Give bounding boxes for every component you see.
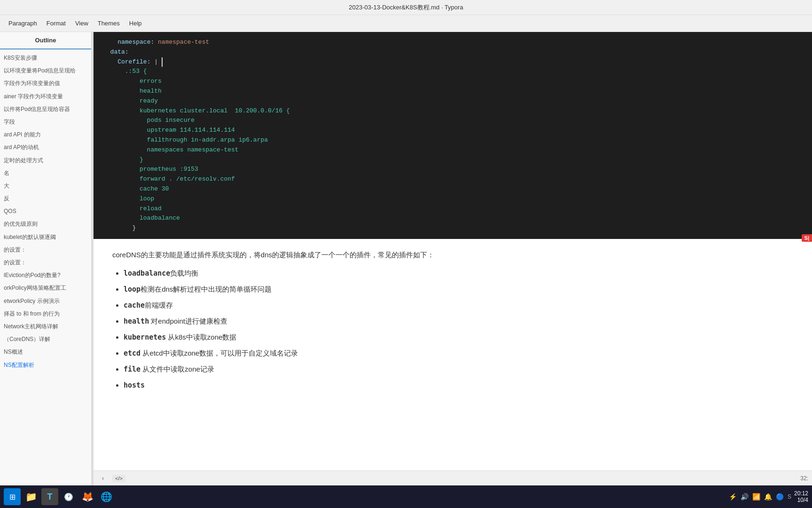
back-button[interactable]: ‹: [97, 473, 109, 484]
bottom-left: ‹ </>: [97, 473, 125, 484]
code-line-upstream: upstream 114.114.114.114: [103, 126, 803, 135]
intro-text: coreDNS的主要功能是通过插件系统实现的，将dns的逻辑抽象成了一个一个的插…: [112, 248, 793, 261]
list-item: kubernetes 从k8s中读取zone数据: [124, 331, 793, 344]
code-line-fallthrough: fallthrough in-addr.arpa ip6.arpa: [103, 135, 803, 145]
code-line-data: data:: [103, 48, 803, 57]
sidebar: Outline K8S安装步骤以环境变量将Pod信息呈现给字段作为环境变量的值a…: [0, 32, 92, 485]
sidebar-content[interactable]: K8S安装步骤以环境变量将Pod信息呈现给字段作为环境变量的值ainer 字段作…: [0, 50, 91, 485]
menu-view[interactable]: View: [70, 18, 93, 29]
sidebar-tabs: Outline: [0, 32, 91, 50]
taskbar-start[interactable]: ⊞: [4, 488, 21, 505]
code-block: namespace: namespace-test data: Corefile…: [94, 32, 812, 239]
code-line-forward: forward . /etc/resolv.conf: [103, 175, 803, 184]
taskbar-typora[interactable]: T: [41, 488, 58, 505]
code-line-pods: pods insecure: [103, 116, 803, 126]
sidebar-item[interactable]: NS概述: [0, 346, 91, 358]
clock: 20:12 10/4: [794, 490, 808, 503]
code-line-53: .:53 {: [103, 67, 803, 77]
taskbar-clock[interactable]: 🕐: [60, 488, 77, 505]
md-content[interactable]: coreDNS的主要功能是通过插件系统实现的，将dns的逻辑抽象成了一个一个的插…: [94, 239, 812, 470]
code-line-kubernetes: kubernetes cluster.local 10.200.0.0/16 {: [103, 106, 803, 116]
list-item: loadbalance负载均衡: [124, 267, 793, 280]
tray-icon-4: 🔔: [764, 493, 772, 500]
taskbar-filemanager[interactable]: 📁: [23, 488, 39, 505]
code-line-close2: }: [103, 223, 803, 233]
code-line-errors: errors: [103, 77, 803, 87]
code-line-prometheus: prometheus :9153: [103, 165, 803, 175]
sidebar-item[interactable]: （CoreDNS）详解: [0, 333, 91, 346]
list-item: hosts: [124, 379, 793, 392]
list-item: health 对endpoint进行健康检查: [124, 315, 793, 328]
menu-themes[interactable]: Themes: [93, 18, 125, 29]
sidebar-item[interactable]: ainer 字段作为环境变量: [0, 90, 91, 103]
clock-time: 20:12: [794, 490, 808, 497]
menu-format[interactable]: Format: [42, 18, 70, 29]
editor-wrapper: namespace: namespace-test data: Corefile…: [94, 32, 812, 485]
list-item: cache前端缓存: [124, 299, 793, 312]
plugin-list: loadbalance负载均衡loop检测在dns解析过程中出现的简单循环问题c…: [124, 267, 793, 392]
sidebar-item[interactable]: K8S安装步骤: [0, 52, 91, 64]
main-layout: Outline K8S安装步骤以环境变量将Pod信息呈现给字段作为环境变量的值a…: [0, 32, 812, 485]
tray-icon-3: 📶: [752, 493, 760, 500]
sidebar-item[interactable]: 名: [0, 167, 91, 180]
bottom-toolbar: ‹ </> 32:: [94, 470, 812, 485]
sidebar-item[interactable]: 的设置：: [0, 244, 91, 256]
sys-tray: ⚡ 🔊 📶 🔔 🔵 S: [729, 493, 791, 500]
title-bar: 2023-03-13-Docker&K8S教程.md · Typora: [0, 0, 812, 15]
code-line-namespaces: namespaces namespace-test: [103, 145, 803, 155]
sidebar-item[interactable]: 大: [0, 180, 91, 192]
tray-icon-5: 🔵: [776, 493, 784, 500]
code-toggle-button[interactable]: </>: [112, 475, 125, 482]
sidebar-item[interactable]: 的优先级原则: [0, 218, 91, 230]
tab-outline[interactable]: Outline: [0, 32, 91, 49]
code-line-loadbalance: loadbalance: [103, 214, 803, 223]
sidebar-item[interactable]: lEviction的Pod的数量?: [0, 269, 91, 282]
sidebar-item[interactable]: 字段: [0, 116, 91, 128]
sidebar-item[interactable]: ard API的动机: [0, 141, 91, 154]
sidebar-item[interactable]: 以件将Pod信息呈现给容器: [0, 103, 91, 116]
list-item: loop检测在dns解析过程中出现的简单循环问题: [124, 283, 793, 296]
taskbar-right: ⚡ 🔊 📶 🔔 🔵 S 20:12 10/4: [729, 490, 808, 503]
taskbar-left: ⊞ 📁 T 🕐 🦊 🌐: [4, 488, 115, 505]
tray-icon-6: S: [788, 493, 791, 500]
sidebar-item[interactable]: kubelet的默认驱逐阈: [0, 231, 91, 244]
tray-icon-2: 🔊: [741, 493, 749, 500]
code-line-ready: ready: [103, 96, 803, 106]
sidebar-item[interactable]: orkPolicy网络策略配置工: [0, 282, 91, 294]
list-item: file 从文件中读取zone记录: [124, 363, 793, 376]
sidebar-item[interactable]: 定时的处理方式: [0, 154, 91, 167]
line-info: 32:: [800, 475, 808, 482]
menu-help[interactable]: Help: [125, 18, 147, 29]
sidebar-item[interactable]: 以环境变量将Pod信息呈现给: [0, 64, 91, 77]
code-line-close1: }: [103, 155, 803, 165]
sidebar-item[interactable]: Network主机网络详解: [0, 320, 91, 333]
taskbar-firefox[interactable]: 🦊: [79, 488, 96, 505]
sogou-badge: S|: [802, 234, 812, 242]
code-line-loop: loop: [103, 194, 803, 204]
code-line-health: health: [103, 87, 803, 96]
menu-paragraph[interactable]: Paragraph: [4, 18, 42, 29]
code-line-corefile: Corefile: |: [103, 57, 803, 67]
code-line-namespace: namespace: namespace-test: [103, 38, 803, 48]
list-item: etcd 从etcd中读取zone数据，可以用于自定义域名记录: [124, 347, 793, 360]
sidebar-item[interactable]: 反: [0, 192, 91, 205]
sidebar-item[interactable]: etworkPolicy 示例演示: [0, 295, 91, 308]
title-bar-text: 2023-03-13-Docker&K8S教程.md · Typora: [349, 3, 463, 12]
sidebar-item[interactable]: NS配置解析: [0, 359, 91, 372]
sidebar-item[interactable]: 字段作为环境变量的值: [0, 77, 91, 90]
sidebar-item[interactable]: 择器 to 和 from 的行为: [0, 308, 91, 320]
clock-date: 10/4: [794, 497, 808, 503]
tray-icon-1: ⚡: [729, 493, 737, 500]
code-line-cache: cache 30: [103, 184, 803, 194]
menu-bar: Paragraph Format View Themes Help: [0, 15, 812, 32]
sidebar-item[interactable]: QOS: [0, 205, 91, 218]
taskbar-chrome[interactable]: 🌐: [98, 488, 115, 505]
code-line-reload: reload: [103, 204, 803, 214]
sidebar-item[interactable]: ard API 的能力: [0, 128, 91, 141]
sidebar-item[interactable]: 的设置：: [0, 256, 91, 269]
taskbar: ⊞ 📁 T 🕐 🦊 🌐 ⚡ 🔊 📶 🔔 🔵 S 20:12 10/4: [0, 485, 812, 508]
